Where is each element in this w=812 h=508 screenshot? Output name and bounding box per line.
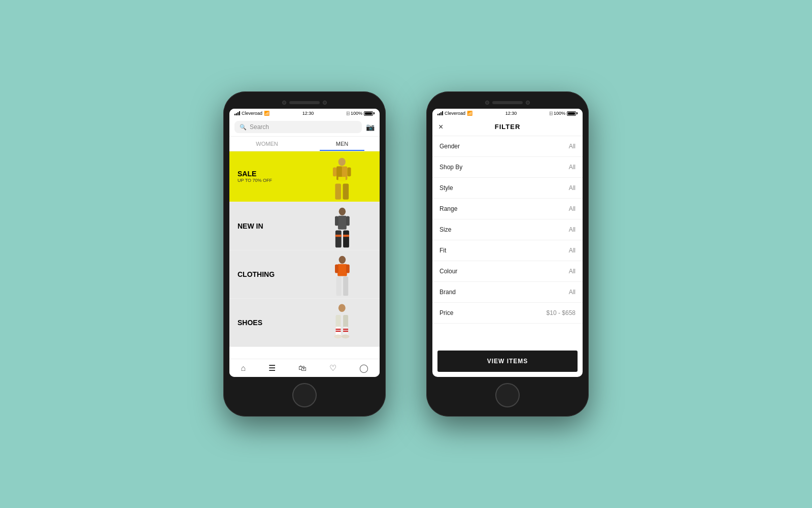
svg-rect-14: [335, 235, 341, 237]
status-left-1: Cleveroad 📶: [234, 111, 269, 116]
nav-account-icon[interactable]: ◯: [359, 363, 368, 373]
filter-colour-label: Colour: [439, 268, 457, 275]
signal-icon-2: [437, 111, 443, 115]
filter-range[interactable]: Range All: [432, 199, 583, 219]
filter-list: Gender All Shop By All Style All Range A…: [432, 136, 583, 345]
close-button[interactable]: ×: [438, 122, 443, 132]
status-right-1: ⌸ 100%: [347, 111, 375, 116]
svg-point-16: [339, 256, 346, 264]
filter-gender-value: All: [569, 143, 576, 150]
svg-point-22: [339, 304, 346, 312]
filter-shop-by-value: All: [569, 164, 576, 171]
filter-size-value: All: [569, 226, 576, 233]
category-new-in[interactable]: NEW IN: [229, 202, 380, 250]
filter-colour[interactable]: Colour All: [432, 261, 583, 282]
categories-list: SALE UP TO 70% OFF: [229, 151, 380, 359]
svg-rect-27: [336, 329, 341, 330]
category-sale[interactable]: SALE UP TO 70% OFF: [229, 151, 380, 202]
svg-rect-5: [333, 167, 336, 176]
filter-title: FILTER: [495, 123, 521, 131]
filter-fit[interactable]: Fit All: [432, 240, 583, 261]
clothing-label: CLOTHING: [238, 270, 275, 279]
svg-rect-6: [348, 167, 351, 176]
tab-women[interactable]: WOMEN: [229, 137, 304, 151]
filter-size[interactable]: Size All: [432, 219, 583, 240]
filter-style-value: All: [569, 184, 576, 192]
category-shoes[interactable]: SHOES: [229, 299, 380, 347]
svg-rect-15: [343, 235, 349, 237]
battery-label-1: 100%: [351, 111, 362, 116]
view-items-button[interactable]: VIEW ITEMS: [437, 351, 578, 372]
phone-2-bottom: [432, 377, 583, 410]
phone-2-top-bar: [432, 98, 583, 109]
svg-rect-4: [343, 183, 349, 199]
search-placeholder: Search: [250, 123, 269, 131]
filter-price-value: $10 - $658: [547, 309, 576, 316]
home-button-1[interactable]: [292, 383, 317, 407]
status-bar-1: Cleveroad 📶 12:30 ⌸ 100%: [229, 109, 380, 118]
phone-1-speaker: [289, 101, 320, 104]
filter-shop-by-label: Shop By: [439, 164, 462, 171]
wifi-icon-2: 📶: [467, 111, 472, 116]
time-1: 12:30: [302, 111, 314, 116]
camera-button[interactable]: 📷: [366, 123, 375, 131]
filter-range-label: Range: [439, 205, 457, 212]
svg-point-0: [339, 158, 346, 166]
filter-style[interactable]: Style All: [432, 178, 583, 199]
status-right-2: ⌸ 100%: [550, 111, 578, 116]
phone-2: Cleveroad 📶 12:30 ⌸ 100% × FILTER Gender: [426, 91, 589, 417]
new-in-figure: [304, 202, 380, 250]
nav-home-icon[interactable]: ⌂: [241, 364, 246, 373]
filter-gender[interactable]: Gender All: [432, 136, 583, 157]
carrier-1: Cleveroad: [242, 111, 262, 116]
svg-rect-3: [335, 183, 342, 199]
battery-label-2: 100%: [554, 111, 565, 116]
status-bar-2: Cleveroad 📶 12:30 ⌸ 100%: [432, 109, 583, 118]
svg-rect-19: [346, 265, 350, 273]
filter-header: × FILTER: [432, 118, 583, 136]
new-in-label: NEW IN: [238, 222, 263, 231]
svg-rect-10: [335, 216, 339, 226]
svg-rect-29: [343, 329, 348, 330]
nav-browse-icon[interactable]: ☰: [268, 363, 276, 373]
filter-brand[interactable]: Brand All: [432, 282, 583, 303]
svg-rect-9: [338, 216, 347, 230]
filter-style-label: Style: [439, 184, 453, 192]
filter-price[interactable]: Price $10 - $658: [432, 303, 583, 324]
svg-rect-13: [343, 231, 349, 248]
svg-point-32: [342, 335, 349, 339]
filter-colour-value: All: [569, 268, 576, 275]
svg-rect-28: [336, 331, 341, 332]
svg-point-31: [334, 335, 342, 339]
gender-tabs: WOMEN MEN: [229, 137, 380, 151]
filter-fit-value: All: [569, 247, 576, 254]
phone-2-screen: Cleveroad 📶 12:30 ⌸ 100% × FILTER Gender: [432, 109, 583, 377]
svg-rect-12: [335, 231, 341, 248]
home-button-2[interactable]: [495, 383, 520, 407]
sale-figure: [304, 151, 380, 202]
filter-price-label: Price: [439, 309, 453, 316]
phone-1-screen: Cleveroad 📶 12:30 ⌸ 100% 🔍 Search 📷: [229, 109, 380, 377]
filter-brand-label: Brand: [439, 289, 456, 296]
tab-men[interactable]: MEN: [304, 137, 380, 151]
filter-range-value: All: [569, 205, 576, 212]
search-input[interactable]: 🔍 Search: [234, 121, 362, 133]
clothing-figure: [304, 250, 380, 298]
bottom-nav: ⌂ ☰ 🛍 ♡ ◯: [229, 359, 380, 377]
nav-wishlist-icon[interactable]: ♡: [329, 363, 336, 373]
bluetooth-icon: ⌸: [347, 111, 349, 116]
svg-point-8: [339, 208, 346, 215]
category-clothing[interactable]: CLOTHING: [229, 250, 380, 299]
nav-bag-icon[interactable]: 🛍: [298, 364, 307, 373]
sale-sublabel: UP TO 70% OFF: [238, 178, 272, 184]
shoes-person-svg: [326, 303, 358, 346]
phone-1-camera-2: [323, 101, 327, 105]
time-2: 12:30: [505, 111, 517, 116]
phone-2-camera-2: [526, 101, 530, 105]
search-icon: 🔍: [240, 124, 247, 131]
filter-shop-by[interactable]: Shop By All: [432, 157, 583, 178]
phone-1-camera: [282, 101, 286, 105]
wifi-icon: 📶: [264, 111, 269, 116]
filter-size-label: Size: [439, 226, 451, 233]
phone-2-camera: [485, 101, 489, 105]
